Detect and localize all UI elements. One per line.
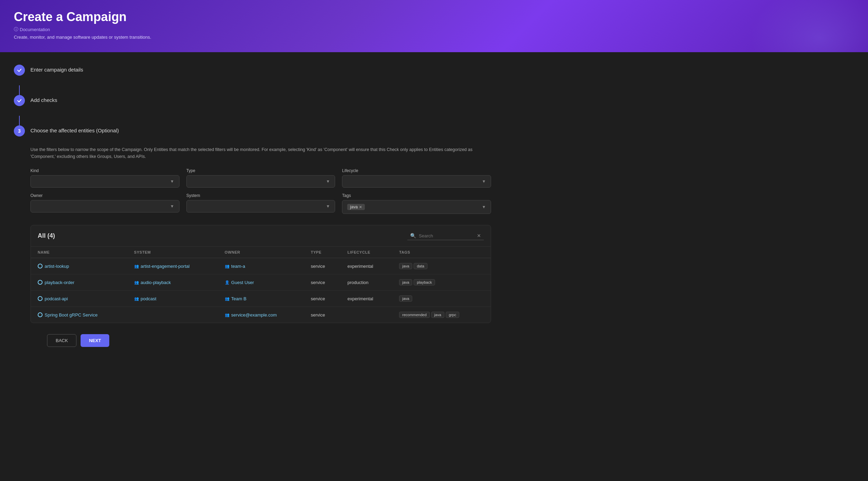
type-chevron: ▼ (326, 179, 330, 184)
filter-row-2: Owner ▼ System ▼ Tags java (30, 193, 491, 214)
entity-type-2: service (304, 291, 341, 307)
entity-name-0[interactable]: artist-lookup (38, 264, 120, 269)
system-chevron: ▼ (326, 204, 330, 209)
entity-tags-2: java (392, 291, 491, 307)
tag-java-remove[interactable]: ✕ (359, 205, 362, 209)
owner-name-3[interactable]: 👥service@example.com (225, 312, 297, 318)
step-connector-1 (19, 85, 20, 95)
entity-name-2[interactable]: podcast-api (38, 296, 120, 301)
next-button[interactable]: NEXT (81, 334, 109, 347)
step-3-icon: 3 (14, 125, 25, 136)
main-content: Enter campaign details Add checks 3 Choo… (0, 52, 505, 359)
entity-lifecycle-1: production (341, 274, 393, 291)
lifecycle-label: Lifecycle (342, 168, 491, 173)
doc-link[interactable]: ⓘ Documentation (14, 26, 854, 32)
tag-java-badge: java ✕ (347, 204, 365, 210)
lifecycle-select[interactable]: ▼ (342, 175, 491, 188)
entity-tags-0: javadata (392, 258, 491, 274)
col-owner: OWNER (218, 247, 304, 258)
filter-lifecycle: Lifecycle ▼ (342, 168, 491, 188)
search-box[interactable]: 🔍 ✕ (407, 232, 484, 240)
tag-badge: recommended (399, 312, 430, 318)
system-name-1[interactable]: 👥audio-playback (134, 280, 211, 285)
tag-badge: java (431, 312, 444, 318)
owner-label: Owner (30, 193, 179, 198)
filter-tags: Tags java ✕ ▼ (342, 193, 491, 214)
entity-lifecycle-3 (341, 307, 393, 323)
tag-badge: java (399, 279, 412, 285)
table-row: playback-order👥audio-playback👤Guest User… (31, 274, 491, 291)
search-input[interactable] (419, 233, 474, 238)
entity-icon-2 (38, 296, 43, 301)
filter-kind: Kind ▼ (30, 168, 179, 188)
entities-table: NAME SYSTEM OWNER TYPE LIFECYCLE TAGS ar… (31, 247, 491, 323)
step-connector-2 (19, 116, 20, 125)
step-2-icon (14, 95, 25, 106)
entity-name-1[interactable]: playback-order (38, 280, 120, 285)
system-select[interactable]: ▼ (186, 200, 335, 213)
table-row: Spring Boot gRPC Service👥service@example… (31, 307, 491, 323)
system-name-2[interactable]: 👥podcast (134, 296, 211, 301)
step-1-icon (14, 65, 25, 76)
entity-tags-1: javaplayback (392, 274, 491, 291)
tag-badge: data (414, 263, 427, 269)
step-1: Enter campaign details (14, 65, 491, 76)
filter-row-1: Kind ▼ Type ▼ Lifecycle ▼ (30, 168, 491, 188)
system-name-0[interactable]: 👥artist-engagement-portal (134, 264, 211, 269)
header-subtitle: Create, monitor, and manage software upd… (14, 35, 854, 40)
kind-chevron: ▼ (170, 179, 174, 184)
col-type: TYPE (304, 247, 341, 258)
entity-lifecycle-0: experimental (341, 258, 393, 274)
owner-name-0[interactable]: 👥team-a (225, 264, 297, 269)
tags-select[interactable]: java ✕ ▼ (342, 200, 491, 214)
owner-name-1[interactable]: 👤Guest User (225, 280, 297, 285)
col-lifecycle: LIFECYCLE (341, 247, 393, 258)
entity-type-1: service (304, 274, 341, 291)
kind-select[interactable]: ▼ (30, 175, 179, 188)
tag-badge: playback (414, 279, 435, 285)
search-clear-icon[interactable]: ✕ (477, 233, 481, 238)
tag-badge: grpc (446, 312, 459, 318)
entity-type-0: service (304, 258, 341, 274)
table-header-row: All (4) 🔍 ✕ (31, 225, 491, 247)
table-row: artist-lookup👥artist-engagement-portal👥t… (31, 258, 491, 274)
owner-select[interactable]: ▼ (30, 200, 179, 213)
owner-chevron: ▼ (170, 204, 174, 209)
entity-icon-3 (38, 312, 43, 317)
tag-badge: java (399, 295, 412, 302)
entity-type-3: service (304, 307, 341, 323)
filter-system: System ▼ (186, 193, 335, 214)
table-header: NAME SYSTEM OWNER TYPE LIFECYCLE TAGS (31, 247, 491, 258)
owner-name-2[interactable]: 👥Team B (225, 296, 297, 301)
step-2: Add checks (14, 95, 491, 106)
entity-name-3[interactable]: Spring Boot gRPC Service (38, 312, 120, 318)
col-name: NAME (31, 247, 127, 258)
step-3-label: Choose the affected entities (Optional) (30, 125, 119, 133)
system-label: System (186, 193, 335, 198)
kind-label: Kind (30, 168, 179, 173)
page-title: Create a Campaign (14, 10, 854, 24)
type-select[interactable]: ▼ (186, 175, 335, 188)
table-title: All (4) (38, 232, 55, 239)
step-1-label: Enter campaign details (30, 65, 83, 73)
table-row: podcast-api👥podcast👥Team Bserviceexperim… (31, 291, 491, 307)
step3-description: Use the filters below to narrow the scop… (30, 146, 491, 160)
filter-type: Type ▼ (186, 168, 335, 188)
footer-buttons: BACK NEXT (47, 334, 491, 347)
entities-table-section: All (4) 🔍 ✕ NAME SYSTEM OWNER TYPE LIFEC… (30, 225, 491, 323)
search-icon: 🔍 (410, 233, 416, 238)
back-button[interactable]: BACK (47, 334, 76, 347)
entity-lifecycle-2: experimental (341, 291, 393, 307)
page-header: Create a Campaign ⓘ Documentation Create… (0, 0, 868, 52)
step-2-label: Add checks (30, 95, 57, 103)
tags-chevron: ▼ (482, 205, 486, 209)
entity-tags-3: recommendedjavagrpc (392, 307, 491, 323)
entity-icon-0 (38, 264, 43, 268)
step-3: 3 Choose the affected entities (Optional… (14, 125, 491, 136)
col-tags: TAGS (392, 247, 491, 258)
type-label: Type (186, 168, 335, 173)
col-system: SYSTEM (127, 247, 218, 258)
step3-content: Use the filters below to narrow the scop… (30, 146, 491, 347)
tags-label: Tags (342, 193, 491, 198)
info-icon: ⓘ (14, 26, 18, 32)
